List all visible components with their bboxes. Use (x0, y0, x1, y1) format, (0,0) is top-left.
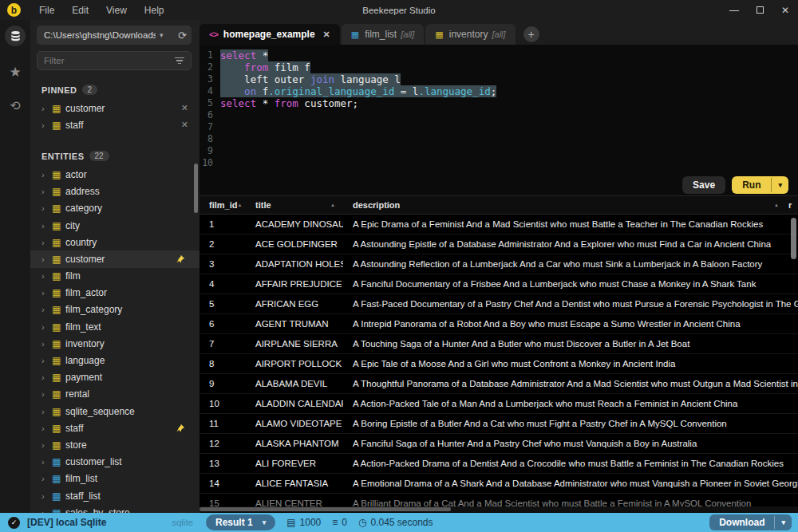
chevron-right-icon[interactable]: › (41, 440, 52, 450)
table-row[interactable]: 1ACADEMY DINOSAURA Epic Drama of a Femin… (200, 215, 798, 234)
table-row[interactable]: 8AIRPORT POLLOCKA Epic Tale of a Moose A… (200, 354, 798, 374)
chevron-right-icon[interactable]: › (41, 221, 52, 231)
sql-editor[interactable]: 1select *2 from film f3 left outer join … (200, 45, 798, 174)
close-button[interactable]: ✕ (772, 0, 798, 20)
table-row[interactable]: 7AIRPLANE SIERRAA Touching Saga of a Hun… (200, 334, 798, 354)
filter-icon[interactable] (175, 57, 184, 65)
table-row[interactable]: 6AGENT TRUMANA Intrepid Panorama of a Ro… (200, 314, 798, 334)
entity-item-city[interactable]: ›▦city (30, 217, 200, 234)
table-row[interactable]: 4AFFAIR PREJUDICEA Fanciful Documentary … (200, 274, 798, 294)
pinned-item-staff[interactable]: ›▦staff✕ (30, 116, 200, 133)
result-selector[interactable]: Result 1 ▾ (206, 514, 275, 530)
entity-item-customer[interactable]: ›▦customer (30, 250, 200, 267)
chevron-right-icon[interactable]: › (41, 187, 52, 196)
run-options-caret-icon[interactable]: ▾ (771, 178, 788, 192)
table-row[interactable]: 5AFRICAN EGGA Fast-Paced Documentary of … (200, 294, 798, 314)
table-row[interactable]: 14ALICE FANTASIAA Emotional Drama of a A… (200, 474, 798, 494)
database-nav-icon[interactable] (5, 26, 26, 46)
sort-asc-icon[interactable]: ▲ (237, 203, 242, 207)
entity-item-staff_list[interactable]: ›▦staff_list (30, 487, 200, 504)
menu-help[interactable]: Help (136, 5, 173, 16)
chevron-right-icon[interactable]: › (41, 254, 52, 264)
entity-item-film_text[interactable]: ›▦film_text (30, 318, 200, 335)
entities-section-header[interactable]: ENTITIES 22 (30, 144, 200, 166)
entity-item-rental[interactable]: ›▦rental (30, 386, 200, 403)
results-horizontal-scrollbar[interactable] (200, 507, 451, 511)
entity-item-customer_list[interactable]: ›▦customer_list (30, 454, 200, 471)
chevron-right-icon[interactable]: › (41, 407, 52, 416)
entity-item-actor[interactable]: ›▦actor (30, 166, 200, 183)
chevron-right-icon[interactable]: › (41, 491, 52, 501)
chevron-right-icon[interactable]: › (41, 322, 52, 332)
entity-filter-input[interactable]: Filter (37, 51, 192, 70)
pinned-section-header[interactable]: PINNED 2 (30, 78, 200, 100)
chevron-right-icon[interactable]: › (41, 288, 52, 298)
new-tab-button[interactable]: + (523, 26, 539, 42)
table-row[interactable]: 9ALABAMA DEVILA Thoughtful Panorama of a… (200, 374, 798, 394)
table-row[interactable]: 11ALAMO VIDEOTAPEA Boring Epistle of a B… (200, 414, 798, 434)
column-header-title[interactable]: title ▲ (246, 200, 343, 210)
table-row[interactable]: 12ALASKA PHANTOMA Fanciful Saga of a Hun… (200, 434, 798, 454)
table-row[interactable]: 2ACE GOLDFINGERA Astounding Epistle of a… (200, 234, 798, 254)
entity-item-sales_by_store[interactable]: ›▦sales_by_store (30, 504, 200, 513)
chevron-right-icon[interactable]: › (41, 271, 52, 281)
sort-asc-icon[interactable]: ▲ (774, 203, 779, 207)
column-header-film-id[interactable]: film_id ▲ (200, 200, 246, 210)
minimize-button[interactable]: — (721, 0, 747, 20)
chevron-right-icon[interactable]: › (41, 238, 52, 247)
chevron-right-icon[interactable]: › (41, 120, 52, 130)
entity-item-inventory[interactable]: ›▦inventory (30, 335, 200, 352)
chevron-right-icon[interactable]: › (41, 508, 52, 513)
entity-item-film_list[interactable]: ›▦film_list (30, 471, 200, 487)
tab-film-list[interactable]: ▦ film_list [all] (342, 24, 425, 45)
chevron-right-icon[interactable]: › (41, 424, 52, 433)
connection-select[interactable]: C:\Users\ghstng\Downloads ▾ ⟳ (37, 26, 192, 45)
chevron-right-icon[interactable]: › (41, 389, 52, 399)
entity-item-store[interactable]: ›▦store (30, 436, 200, 453)
refresh-icon[interactable]: ⟳ (178, 30, 187, 41)
pinned-item-customer[interactable]: ›▦customer✕ (30, 100, 200, 116)
tab-inventory[interactable]: ▦ inventory [all] (425, 24, 515, 45)
chevron-right-icon[interactable]: › (41, 339, 52, 349)
chevron-right-icon[interactable]: › (41, 170, 52, 179)
results-horizontal-scrollbar-track[interactable] (200, 506, 798, 512)
entity-item-sqlite_sequence[interactable]: ›▦sqlite_sequence (30, 403, 200, 420)
entity-item-country[interactable]: ›▦country (30, 234, 200, 250)
chevron-right-icon[interactable]: › (41, 372, 52, 382)
table-row[interactable]: 15ALIEN CENTERA Brilliant Drama of a Cat… (200, 494, 798, 506)
results-vertical-scrollbar[interactable] (791, 218, 796, 259)
run-button[interactable]: Run ▾ (732, 176, 788, 194)
entity-item-film[interactable]: ›▦film (30, 268, 200, 285)
download-button[interactable]: Download ▾ (709, 514, 792, 530)
entity-item-address[interactable]: ›▦address (30, 183, 200, 200)
menu-file[interactable]: File (30, 5, 63, 16)
close-icon[interactable]: ✕ (323, 30, 330, 40)
menu-edit[interactable]: Edit (63, 5, 97, 16)
menu-view[interactable]: View (97, 5, 136, 16)
entity-item-film_actor[interactable]: ›▦film_actor (30, 285, 200, 301)
chevron-right-icon[interactable]: › (41, 457, 52, 467)
favorites-star-icon[interactable]: ★ (9, 64, 21, 81)
table-row[interactable]: 3ADAPTATION HOLESA Astounding Reflection… (200, 254, 798, 274)
entity-item-payment[interactable]: ›▦payment (30, 369, 200, 386)
entity-item-staff[interactable]: ›▦staff (30, 420, 200, 436)
entity-item-category[interactable]: ›▦category (30, 200, 200, 217)
download-options-caret-icon[interactable]: ▾ (774, 516, 792, 529)
table-row[interactable]: 10ALADDIN CALENDARA Action-Packed Tale o… (200, 394, 798, 414)
unpin-close-icon[interactable]: ✕ (181, 120, 188, 130)
status-connection[interactable]: ✓ [DEV] local Sqlite sqlite (0, 517, 200, 529)
chevron-right-icon[interactable]: › (41, 203, 52, 213)
table-row[interactable]: 13ALI FOREVERA Action-Packed Drama of a … (200, 454, 798, 474)
history-icon[interactable]: ⟲ (10, 98, 20, 113)
column-header-partial[interactable]: r (787, 200, 798, 210)
tab-homepage-example[interactable]: <> homepage_example ✕ (200, 24, 340, 45)
unpin-close-icon[interactable]: ✕ (181, 103, 188, 113)
entity-item-film_category[interactable]: ›▦film_category (30, 301, 200, 318)
chevron-right-icon[interactable]: › (41, 474, 52, 483)
entity-item-language[interactable]: ›▦language (30, 352, 200, 368)
chevron-right-icon[interactable]: › (41, 305, 52, 314)
sidebar-scrollbar[interactable] (194, 164, 198, 213)
chevron-right-icon[interactable]: › (41, 104, 52, 113)
column-header-description[interactable]: description ▲ (343, 200, 787, 210)
sort-asc-icon[interactable]: ▲ (330, 203, 335, 207)
